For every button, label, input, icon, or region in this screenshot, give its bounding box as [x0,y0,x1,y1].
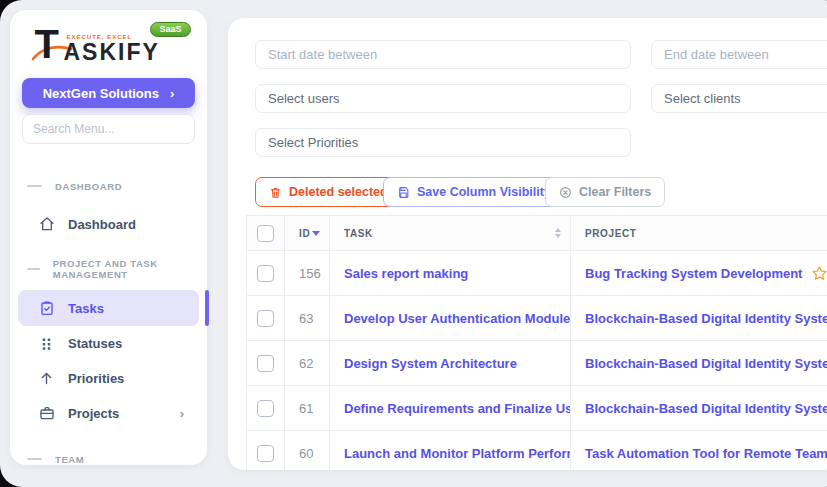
task-link[interactable]: Launch and Monitor Platform Performance [344,446,571,461]
task-link[interactable]: Design System Architecture [344,356,517,371]
task-id: 62 [285,341,330,386]
end-date-filter[interactable] [651,40,827,69]
table-row: 61 Define Requirements and Finalize Use … [247,386,827,431]
clear-filters-label: Clear Filters [579,185,651,199]
row-checkbox[interactable] [257,310,274,327]
column-header-task-label: TASK [344,228,373,239]
task-id: 60 [285,431,330,471]
start-date-filter[interactable] [255,40,631,69]
saas-badge: SaaS [150,22,190,37]
task-id: 61 [285,386,330,431]
row-checkbox[interactable] [257,400,274,417]
logo-text: ASKIFY [64,40,160,64]
task-link[interactable]: Develop User Authentication Module [344,311,570,326]
task-id: 156 [285,251,330,296]
delete-selected-label: Deleted selected [289,185,388,199]
sidebar-item-statuses[interactable]: Statuses [18,325,199,361]
section-label: PROJECT AND TASK MANAGEMENT [53,258,207,280]
section-dash-icon [27,185,42,187]
project-link[interactable]: Blockchain-Based Digital Identity System [585,311,827,326]
table-row: 62 Design System Architecture Blockchain… [247,341,827,386]
section-label: DASHBOARD [55,181,122,192]
app-logo-inner: T ASKIFY EXECUTE, EXCEL SaaS [31,26,187,72]
task-link[interactable]: Define Requirements and Finalize Use Cas… [344,401,571,416]
main-content: Select users Select clients Select Prior… [228,18,827,470]
chevron-right-icon: › [170,86,174,101]
briefcase-icon [38,405,55,422]
project-link[interactable]: Blockchain-Based Digital Identity System [585,356,827,371]
save-icon [397,186,410,199]
table-header-row: ID TASK PROJECT [247,216,827,251]
arrow-up-icon [38,370,55,387]
row-checkbox[interactable] [257,445,274,462]
column-header-id-label: ID [299,228,310,239]
table-row: 60 Launch and Monitor Platform Performan… [247,431,827,471]
column-header-project[interactable]: PROJECT [571,216,827,251]
save-column-visibility-button[interactable]: Save Column Visibility [383,177,565,207]
delete-selected-button[interactable]: Deleted selected [255,177,402,207]
column-header-task[interactable]: TASK [330,216,571,251]
row-checkbox[interactable] [257,265,274,282]
sidebar-section-team: TEAM [10,452,207,466]
circle-x-icon [559,186,572,199]
task-link[interactable]: Sales report making [344,266,468,281]
search-menu-input[interactable] [22,114,195,144]
active-item-indicator [205,290,209,326]
sidebar-item-dashboard[interactable]: Dashboard [18,206,199,242]
workspace-button-label: NextGen Solutions [43,86,159,101]
statuses-icon [38,335,55,352]
logo-letter: T [35,24,58,64]
section-dash-icon [27,268,40,270]
tasks-table: ID TASK PROJECT [246,215,827,470]
logo-tagline: EXECUTE, EXCEL [67,34,133,40]
select-clients-dropdown[interactable]: Select clients [651,84,827,113]
favorite-star-icon[interactable] [811,265,827,282]
select-priorities-dropdown[interactable]: Select Priorities [255,128,631,157]
app-logo: T ASKIFY EXECUTE, EXCEL SaaS [10,26,207,74]
section-label: TEAM [55,454,84,465]
sidebar-section-project-task: PROJECT AND TASK MANAGEMENT [10,262,207,276]
row-checkbox[interactable] [257,355,274,372]
sort-desc-icon[interactable] [312,231,320,236]
sidebar-item-label: Dashboard [68,217,136,232]
tasks-icon [38,300,55,317]
project-link[interactable]: Blockchain-Based Digital Identity System [585,401,827,416]
column-header-id[interactable]: ID [285,216,330,251]
workspace-button[interactable]: NextGen Solutions › [22,78,195,108]
sidebar-item-label: Tasks [68,301,104,316]
select-users-dropdown[interactable]: Select users [255,84,631,113]
task-id: 63 [285,296,330,341]
sidebar-item-label: Statuses [68,336,122,351]
clear-filters-button[interactable]: Clear Filters [545,177,665,207]
sidebar-item-label: Priorities [68,371,124,386]
project-link[interactable]: Task Automation Tool for Remote Teams [585,446,827,461]
section-dash-icon [27,458,42,460]
app-window: T ASKIFY EXECUTE, EXCEL SaaS NextGen Sol… [0,0,827,487]
sidebar: T ASKIFY EXECUTE, EXCEL SaaS NextGen Sol… [10,10,207,465]
sidebar-item-label: Projects [68,406,119,421]
sidebar-item-tasks[interactable]: Tasks [18,290,199,326]
sidebar-item-projects[interactable]: Projects › [18,395,199,431]
table-row: 156 Sales report making Bug Tracking Sys… [247,251,827,296]
column-header-project-label: PROJECT [585,228,636,239]
project-link[interactable]: Bug Tracking System Development [585,266,802,281]
chevron-right-icon: › [180,406,184,421]
sidebar-section-dashboard: DASHBOARD [10,179,207,193]
select-all-checkbox[interactable] [257,225,274,242]
home-icon [38,216,55,233]
table-row: 63 Develop User Authentication Module Bl… [247,296,827,341]
trash-icon [269,186,282,199]
sort-icon[interactable] [555,228,561,238]
sidebar-item-priorities[interactable]: Priorities [18,360,199,396]
save-column-visibility-label: Save Column Visibility [417,185,551,199]
